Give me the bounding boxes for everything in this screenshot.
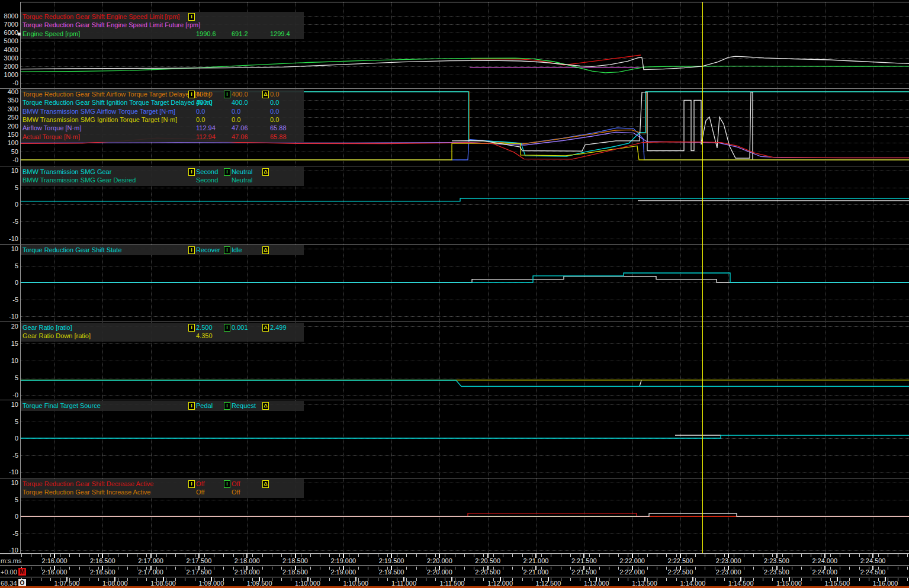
time-tick-label: 2:24.000 — [804, 557, 846, 564]
time-tick-label: 2:21.500 — [563, 568, 605, 576]
time-tick-label: 2:16.500 — [82, 557, 123, 564]
cursor-value: 65.88 — [270, 124, 287, 132]
legend-gearshift-engine-speed-limit[interactable]: Torque Reduction Gear Shift Engine Speed… — [0, 12, 308, 21]
cursor-value: 400.0 — [232, 90, 248, 98]
cursor-2-marker: I — [224, 91, 230, 98]
panel-gearshift-active-flags[interactable]: 1050-5-10Torque Reduction Gear Shift Dec… — [0, 478, 909, 553]
legend-engine-speed[interactable]: Engine Speed [rpm]1990.6691.21299.4 — [0, 30, 308, 38]
panel-smg-gear[interactable]: 1050-5-10BMW Transmission SMG GearIIΔSec… — [0, 166, 909, 243]
legend-smg-airflow-torque-target[interactable]: BMW Transmission SMG Airflow Torque Targ… — [0, 107, 308, 115]
cursor-value: Recover — [196, 246, 220, 254]
time-tick-label: 2:22.500 — [660, 557, 701, 564]
legend-smg-gear[interactable]: BMW Transmission SMG GearIIΔSecondNeutra… — [0, 168, 308, 176]
signal-label: Torque Reduction Gear Shift Ignition Tor… — [23, 98, 213, 107]
signal-label: Torque Reduction Gear Shift Increase Act… — [23, 488, 150, 496]
time-tick-label: 2:18.500 — [275, 568, 316, 576]
cursor-1-marker: I — [188, 402, 195, 410]
legend-torque-final-target-source[interactable]: Torque Final Target SourceIIΔPedalReques… — [0, 401, 308, 410]
panel-engine-speed[interactable]: 80007000600050004000300020001000-0Torque… — [0, 2, 909, 88]
logger-window: 80007000600050004000300020001000-0Torque… — [0, 0, 909, 588]
legend-gearshift-airflow-torque-target-delayed[interactable]: Torque Reduction Gear Shift Airflow Torq… — [0, 90, 308, 98]
time-tick-label: 2:23.000 — [708, 568, 749, 576]
time-tick-label: 2:17.500 — [178, 568, 220, 576]
delta-marker: Δ — [262, 402, 269, 410]
delta-marker: Δ — [262, 246, 269, 254]
time-tick-label: 2:20.500 — [467, 568, 509, 576]
cursor-value: Neutral — [232, 168, 252, 176]
delta-marker: Δ — [262, 324, 269, 332]
signal-label: Gear Ratio Down [ratio] — [23, 332, 91, 340]
cursor-value: Off — [196, 480, 204, 488]
cursor-value: Pedal — [196, 401, 213, 410]
signal-label: Torque Reduction Gear Shift Engine Speed… — [23, 12, 179, 21]
panel-gearshift-state[interactable]: 1050-5-10Torque Reduction Gear Shift Sta… — [0, 245, 909, 321]
panel-torque-targets[interactable]: 40035030025020015010050-0Torque Reductio… — [0, 89, 909, 165]
time-row-badge-m[interactable]: M — [18, 568, 26, 576]
delta-marker: Δ — [262, 168, 269, 176]
cursor-1-marker: I — [188, 13, 195, 21]
legend-gearshift-engine-speed-limit-future[interactable]: Torque Reduction Gear Shift Engine Speed… — [0, 21, 308, 29]
cursor-value: 0.0 — [232, 115, 240, 124]
cursor-1-marker: I — [188, 91, 195, 98]
cursor-value: 0.0 — [196, 107, 205, 115]
cursor-value: 2.500 — [196, 323, 213, 332]
signal-label: BMW Transmission SMG Ignition Torque Tar… — [23, 115, 177, 124]
legend-gearshift-increase-active[interactable]: Torque Reduction Gear Shift Increase Act… — [0, 488, 308, 496]
legend-gear-ratio-down[interactable]: Gear Ratio Down [ratio]4.350 — [0, 332, 308, 340]
time-row-left-label: m:s.ms — [1, 557, 21, 564]
cursor-value: 1990.6 — [196, 30, 216, 38]
time-tick-label: 2:20.500 — [467, 557, 509, 564]
cursor-2-marker: I — [224, 480, 230, 488]
legend-gearshift-decrease-active[interactable]: Torque Reduction Gear Shift Decrease Act… — [0, 480, 308, 488]
legend-smg-gear-desired[interactable]: BMW Transmission SMG Gear DesiredSecondN… — [0, 176, 308, 184]
active-white-trace — [21, 513, 909, 516]
cursor-2-marker: I — [224, 402, 230, 410]
time-tick-label: 2:21.000 — [515, 557, 557, 564]
panel-torque-final-target-source[interactable]: 1050-5-10Torque Final Target SourceIIΔPe… — [0, 400, 909, 477]
cursor-2-marker: I — [224, 246, 230, 254]
time-tick-label: 2:20.000 — [419, 557, 460, 564]
cursor-value: 47.06 — [232, 124, 248, 132]
legend-actual-torque[interactable]: Actual Torque [N·m]112.9447.0665.88 — [0, 133, 308, 141]
legend-smg-ignition-torque-target[interactable]: BMW Transmission SMG Ignition Torque Tar… — [0, 115, 308, 124]
cursor-value: Off — [196, 488, 204, 496]
legend-airflow-torque[interactable]: Airflow Torque [N·m]112.9447.0665.88 — [0, 124, 308, 132]
gearshift-state-trace — [21, 273, 909, 282]
time-tick-label: 2:23.500 — [756, 568, 798, 576]
time-tick-label: 2:21.500 — [563, 557, 605, 564]
cursor-1-marker: I — [188, 480, 195, 488]
time-tick-label: 2:17.500 — [178, 557, 220, 564]
cursor-value: 400.0 — [196, 98, 213, 107]
time-tick-label: 2:21.000 — [515, 568, 557, 576]
time-axis-separator — [0, 577, 909, 577]
plot-area-torque-final-target-source[interactable] — [0, 400, 909, 477]
signal-label: Torque Reduction Gear Shift Engine Speed… — [23, 21, 200, 29]
time-row-left-label: +0.00 — [1, 568, 17, 576]
cursor-value: 0.0 — [270, 115, 279, 124]
cursor-1-marker: I — [188, 246, 195, 254]
time-tick-label: 2:24.500 — [852, 557, 894, 564]
panel-gear-ratio[interactable]: 2015105-0Gear Ratio [ratio]IIΔ2.5000.001… — [0, 322, 909, 399]
time-cursor[interactable] — [702, 2, 703, 553]
cursor-value: Neutral — [232, 176, 252, 184]
torque-white-trace — [452, 92, 753, 160]
cursor-value: 0.0 — [270, 107, 279, 115]
cursor-value: Idle — [232, 246, 242, 254]
cursor-value: 1299.4 — [270, 30, 290, 38]
time-tick-label: 2:16.000 — [34, 568, 75, 576]
signal-label: Airflow Torque [N·m] — [23, 124, 81, 132]
legend-gearshift-ignition-torque-target-delayed[interactable]: Torque Reduction Gear Shift Ignition Tor… — [0, 98, 308, 107]
time-tick-label: 2:19.000 — [323, 557, 364, 564]
cursor-value: Second — [196, 168, 218, 176]
cursor-value: 47.06 — [232, 133, 248, 141]
signal-label: Engine Speed [rpm] — [23, 30, 80, 38]
cursor-2-marker: I — [224, 324, 230, 332]
plot-area-gearshift-state[interactable] — [0, 245, 909, 321]
legend-gear-ratio[interactable]: Gear Ratio [ratio]IIΔ2.5000.0012.499 — [0, 323, 308, 332]
gearshift-state-white-trace — [21, 277, 909, 282]
legend-gearshift-state[interactable]: Torque Reduction Gear Shift StateIIΔReco… — [0, 246, 308, 254]
cursor-1-marker: I — [188, 324, 195, 332]
cursor-2-marker: I — [224, 168, 230, 176]
cursor-value: 400.0 — [196, 90, 213, 98]
cursor-value: Off — [232, 480, 240, 488]
